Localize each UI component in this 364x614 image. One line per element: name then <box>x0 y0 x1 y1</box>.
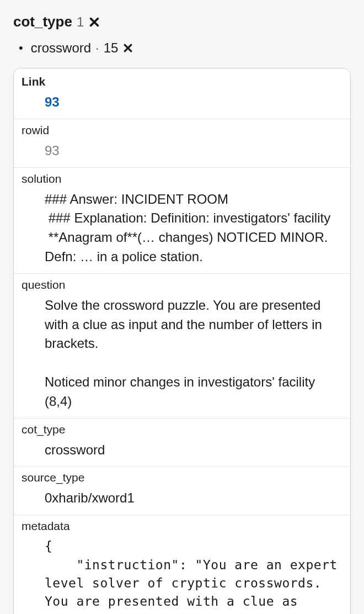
filter-tag-count: 15 <box>104 40 119 56</box>
field-label: rowid <box>14 119 350 139</box>
record-row: cot_typecrossword <box>14 419 350 467</box>
field-label: cot_type <box>14 419 350 438</box>
filter-header: cot_type 1 <box>13 13 351 30</box>
field-value: crossword <box>14 438 350 467</box>
field-label: Link <box>14 68 350 91</box>
filter-tag-list: crossword · 15 <box>19 40 351 56</box>
record-row: metadata{ "instruction": "You are an exp… <box>14 515 350 614</box>
record-row: questionSolve the crossword puzzle. You … <box>14 274 350 419</box>
record-row: rowid93 <box>14 119 350 168</box>
field-label: metadata <box>14 515 350 535</box>
filter-tag-item[interactable]: crossword · 15 <box>19 40 351 56</box>
close-icon[interactable] <box>88 16 100 28</box>
field-label: source_type <box>14 467 350 486</box>
field-value: 93 <box>14 139 350 167</box>
field-value: ### Answer: INCIDENT ROOM ### Explanatio… <box>14 188 350 273</box>
record-card: Link93rowid93solution### Answer: INCIDEN… <box>13 68 351 614</box>
field-value: { "instruction": "You are an expert leve… <box>14 535 350 614</box>
record-row: source_type0xharib/xword1 <box>14 467 350 515</box>
record-row: solution### Answer: INCIDENT ROOM ### Ex… <box>14 168 350 274</box>
close-icon[interactable] <box>122 43 133 54</box>
filter-tag-label: crossword <box>31 40 91 56</box>
field-label: question <box>14 274 350 294</box>
field-value: Solve the crossword puzzle. You are pres… <box>14 294 350 418</box>
field-label: solution <box>14 168 350 188</box>
filter-name: cot_type <box>13 13 72 30</box>
filter-tag-separator: · <box>95 40 99 56</box>
field-value-link[interactable]: 93 <box>14 91 350 119</box>
record-row: Link93 <box>14 68 350 119</box>
filter-count: 1 <box>77 14 84 30</box>
field-value: 0xharib/xword1 <box>14 486 350 515</box>
